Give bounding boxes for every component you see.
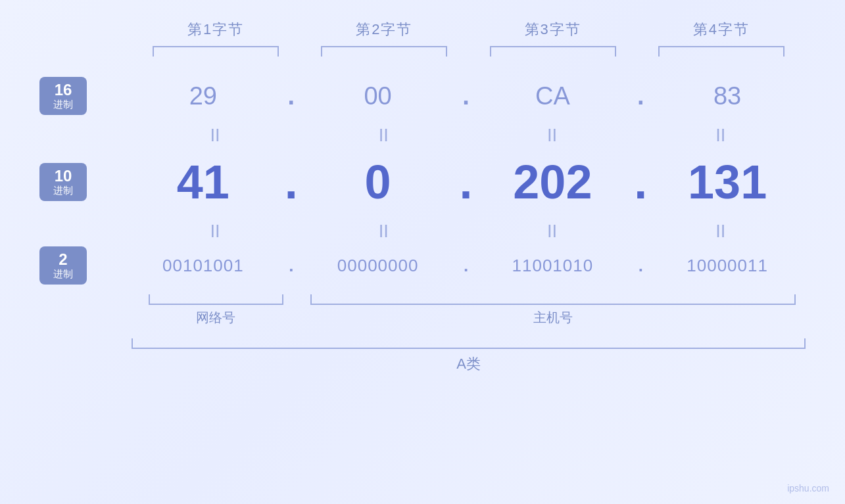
eq2-col-2: || [300,223,468,238]
bin-byte-2: 00000000 [300,256,456,276]
host-bracket [310,294,796,305]
bracket-col-1 [132,46,300,57]
bin-byte-3: 11001010 [475,256,631,276]
eq-col-4: || [637,127,806,142]
byte-label-2: 第2字节 [356,21,412,37]
hex-row: 16 进制 29 . 00 . CA . 83 [39,70,806,122]
header-row: 第1字节 第2字节 第3字节 第4字节 [39,20,806,39]
dec-byte-1: 41 [125,155,281,209]
dec-byte-2: 0 [300,155,456,209]
bracket-col-2 [300,46,468,57]
eq-3: || [548,127,558,142]
hex-dot-2: . [456,83,476,108]
bracket-col-4 [637,46,806,57]
dec-byte-3: 202 [475,155,631,209]
dec-dot-1: . [281,158,301,206]
eq-4: || [716,127,726,142]
eq2-col-1: || [132,223,300,238]
eq2-4: || [716,223,726,238]
dec-byte-4: 131 [649,155,806,209]
bottom-brackets-area: 网络号 主机号 [39,294,806,327]
eq-col-1: || [132,127,300,142]
dec-badge: 10 进制 [39,163,87,201]
byte-col-2: 第2字节 [300,20,468,39]
eq2-2: || [379,223,389,238]
class-bracket [132,338,806,349]
byte-col-4: 第4字节 [637,20,806,39]
equals-row-1: || || || || [39,122,806,146]
byte-label-1: 第1字节 [187,21,244,37]
top-brackets [39,46,806,57]
host-label: 主机号 [533,309,573,327]
main-container: 第1字节 第2字节 第3字节 第4字节 16 进制 29 . 00 . [0,0,845,504]
hex-byte-2: 00 [300,82,456,110]
bin-row: 2 进制 00101001 . 00000000 . 11001010 . 10… [39,242,806,289]
eq-1: || [211,127,221,142]
eq2-col-4: || [637,223,806,238]
hex-byte-3: CA [475,82,631,110]
dec-bytes: 41 . 0 . 202 . 131 [125,155,806,209]
eq-2: || [379,127,389,142]
hex-dot-3: . [631,83,650,108]
hex-dot-1: . [281,83,301,108]
bin-badge: 2 进制 [39,246,87,285]
host-section: 主机号 [300,294,806,327]
bracket-col-3 [469,46,637,57]
bin-bytes: 00101001 . 00000000 . 11001010 . 1000001… [125,256,806,276]
byte-label-4: 第4字节 [693,21,750,37]
hex-label: 16 进制 [39,77,125,115]
bin-dot-2: . [456,257,476,274]
hex-byte-4: 83 [649,82,806,110]
eq2-1: || [211,223,221,238]
bin-byte-4: 10000011 [649,256,806,276]
equals-row-2: || || || || [39,218,806,242]
hex-byte-1: 29 [125,82,281,110]
hex-bytes: 29 . 00 . CA . 83 [125,82,806,110]
dec-row: 10 进制 41 . 0 . 202 . 131 [39,146,806,218]
net-bracket [149,294,283,305]
dec-dot-2: . [456,158,476,206]
dec-label: 10 进制 [39,163,125,201]
eq2-3: || [548,223,558,238]
bin-dot-1: . [281,257,301,274]
eq-col-2: || [300,127,468,142]
class-section: A类 [39,338,806,374]
class-label: A类 [456,354,481,374]
net-label: 网络号 [196,309,235,327]
hex-badge: 16 进制 [39,77,87,115]
byte-col-3: 第3字节 [469,20,637,39]
net-section: 网络号 [132,294,300,327]
bin-label: 2 进制 [39,246,125,285]
eq2-col-3: || [469,223,637,238]
byte-label-3: 第3字节 [525,21,581,37]
eq-col-3: || [469,127,637,142]
watermark: ipshu.com [787,483,829,493]
bin-dot-3: . [631,257,650,274]
bin-byte-1: 00101001 [125,256,281,276]
dec-dot-3: . [631,158,650,206]
byte-col-1: 第1字节 [132,20,300,39]
